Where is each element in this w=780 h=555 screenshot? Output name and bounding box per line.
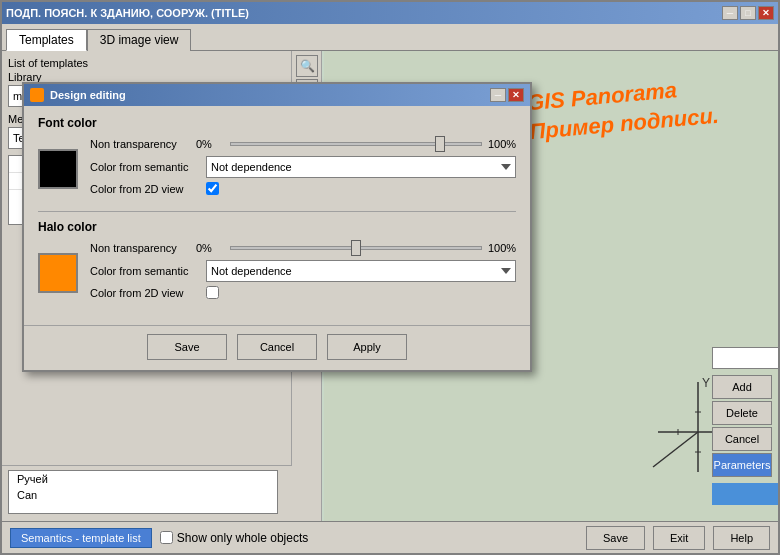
font-color-controls: Non transparency 0% 100% Color from sema… [90,138,516,199]
halo-transparency-0: 0% [196,242,224,254]
font-color-title: Font color [38,116,516,130]
dialog-title-left: Design editing [30,88,126,102]
divider [38,211,516,212]
halo-transparency-row: Non transparency 0% 100% [90,242,516,254]
status-bar: Semantics - template list Show only whol… [2,521,778,553]
halo-semantic-label: Color from semantic [90,265,200,277]
font-color-row: Non transparency 0% 100% Color from sema… [38,138,516,199]
semantics-template-link[interactable]: Semantics - template list [10,528,152,548]
dialog-buttons: Save Cancel Apply [24,325,530,370]
title-bar-buttons: ─ □ ✕ [722,6,774,20]
font-color-section: Font color Non transparency 0% 100% Colo… [38,116,516,199]
tab-3d-image-view[interactable]: 3D image view [87,29,192,51]
bottom-list-box[interactable]: Ручей Can [8,470,278,514]
svg-line-4 [653,432,698,467]
dialog-cancel-button[interactable]: Cancel [237,334,317,360]
dialog-title-text: Design editing [50,89,126,101]
font-semantic-row: Color from semantic Not dependence [90,156,516,178]
font-color-swatch[interactable] [38,149,78,189]
halo-semantic-row: Color from semantic Not dependence [90,260,516,282]
tab-bar: Templates 3D image view [2,24,778,51]
halo-color-row: Non transparency 0% 100% Color from sema… [38,242,516,303]
font-2d-label: Color from 2D view [90,183,200,195]
tab-templates[interactable]: Templates [6,29,87,51]
list-of-templates-label: List of templates [8,57,285,69]
halo-transparency-100: 100% [488,242,516,254]
font-2d-checkbox[interactable] [206,182,219,195]
right-sidebar-buttons: Add Delete Cancel Parameters [708,51,778,509]
exit-button[interactable]: Exit [653,526,705,550]
delete-button[interactable]: Delete [712,401,772,425]
font-semantic-dropdown[interactable]: Not dependence [206,156,516,178]
halo-color-title: Halo color [38,220,516,234]
halo-transparency-slider[interactable] [230,246,482,250]
halo-2d-row: Color from 2D view [90,286,516,299]
bottom-list-item-ruchey[interactable]: Ручей [9,471,277,487]
font-transparency-row: Non transparency 0% 100% [90,138,516,150]
show-only-label: Show only whole objects [177,531,308,545]
halo-2d-checkbox[interactable] [206,286,219,299]
bottom-list-item-can[interactable]: Can [9,487,277,503]
maximize-button[interactable]: □ [740,6,756,20]
parameters-button[interactable]: Parameters [712,453,772,477]
zoom-in-button[interactable]: 🔍 [296,55,318,77]
dialog-minimize-button[interactable]: ─ [490,88,506,102]
dialog-apply-button[interactable]: Apply [327,334,407,360]
halo-semantic-dropdown[interactable]: Not dependence [206,260,516,282]
dialog-body: Font color Non transparency 0% 100% Colo… [24,106,530,325]
dialog-title-buttons: ─ ✕ [490,88,524,102]
main-window: ПОДП. ПОЯСН. К ЗДАНИЮ, СООРУЖ. (TITLE) ─… [0,0,780,555]
close-button[interactable]: ✕ [758,6,774,20]
dialog-close-button[interactable]: ✕ [508,88,524,102]
halo-transparency-label: Non transparency [90,242,190,254]
halo-color-swatch[interactable] [38,253,78,293]
right-dropdown[interactable] [712,347,778,369]
design-editing-dialog: Design editing ─ ✕ Font color Non transp… [22,82,532,372]
show-only-checkbox[interactable] [160,531,173,544]
minimize-button[interactable]: ─ [722,6,738,20]
selected-highlight-bar [712,483,778,505]
font-transparency-0: 0% [196,138,224,150]
show-only-row: Show only whole objects [160,531,578,545]
bottom-left-area: Ручей Can [2,465,292,521]
halo-color-section: Halo color Non transparency 0% 100% Colo… [38,220,516,303]
dialog-title-bar: Design editing ─ ✕ [24,84,530,106]
font-transparency-slider[interactable] [230,142,482,146]
font-2d-row: Color from 2D view [90,182,516,195]
font-transparency-100: 100% [488,138,516,150]
help-button[interactable]: Help [713,526,770,550]
dialog-save-button[interactable]: Save [147,334,227,360]
add-button[interactable]: Add [712,375,772,399]
dialog-icon [30,88,44,102]
cancel-button[interactable]: Cancel [712,427,772,451]
halo-2d-label: Color from 2D view [90,287,200,299]
save-main-button[interactable]: Save [586,526,645,550]
gis-annotation: GIS Panorama Пример подписи. [526,73,720,147]
font-semantic-label: Color from semantic [90,161,200,173]
title-bar: ПОДП. ПОЯСН. К ЗДАНИЮ, СООРУЖ. (TITLE) ─… [2,2,778,24]
halo-color-controls: Non transparency 0% 100% Color from sema… [90,242,516,303]
font-transparency-label: Non transparency [90,138,190,150]
window-title: ПОДП. ПОЯСН. К ЗДАНИЮ, СООРУЖ. (TITLE) [6,7,249,19]
